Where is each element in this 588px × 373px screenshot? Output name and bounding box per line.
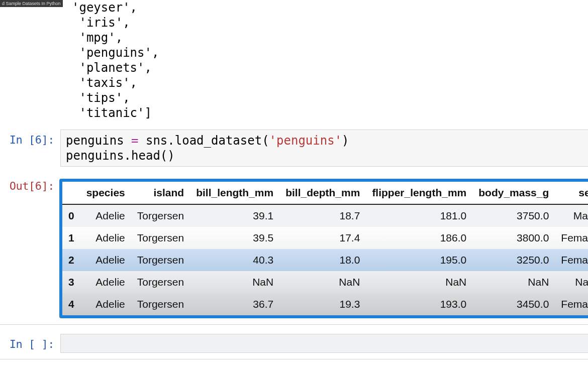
cell: 40.3 [190, 249, 279, 271]
table-row: 3 Adelie Torgersen NaN NaN NaN NaN NaN [62, 271, 588, 293]
table-row: 2 Adelie Torgersen 40.3 18.0 195.0 3250.… [62, 249, 588, 271]
cell: 195.0 [366, 249, 472, 271]
cell: Adelie [80, 227, 131, 249]
row-index: 1 [62, 227, 80, 249]
row-index: 0 [62, 204, 80, 227]
code-token: penguins [66, 134, 124, 148]
code-cell-6: In [6]: penguins = sns.load_dataset('pen… [0, 130, 588, 167]
cell: NaN [279, 271, 366, 293]
output-line: 'taxis', [79, 76, 137, 90]
output-line: 'iris', [79, 16, 130, 30]
code-input-empty[interactable] [60, 334, 588, 353]
cell: Adelie [80, 271, 131, 293]
code-token: = [124, 134, 146, 148]
table-row: 0 Adelie Torgersen 39.1 18.7 181.0 3750.… [62, 204, 588, 227]
dataframe-highlight-box: species island bill_length_mm bill_depth… [59, 179, 588, 318]
row-index: 3 [62, 271, 80, 293]
cell: 36.7 [190, 293, 279, 315]
output-line: 'tips', [79, 91, 130, 105]
code-input[interactable]: penguins = sns.load_dataset('penguins') … [60, 130, 588, 167]
cell: Adelie [80, 293, 131, 315]
code-token: 'penguins' [269, 134, 342, 148]
cell: 3450.0 [472, 293, 555, 315]
cell: Torgersen [131, 293, 190, 315]
column-header: body_mass_g [472, 182, 555, 204]
index-header [62, 182, 80, 204]
cell: 3750.0 [472, 204, 555, 227]
column-header: species [80, 182, 131, 204]
cell: 193.0 [366, 293, 472, 315]
output-line: 'titanic'] [79, 106, 152, 120]
column-header: flipper_length_mm [366, 182, 472, 204]
code-token: ( [262, 134, 269, 148]
code-token: () [160, 149, 175, 163]
cell: Female [555, 227, 588, 249]
cell-separator [0, 359, 588, 359]
row-index: 4 [62, 293, 80, 315]
column-header: bill_depth_mm [279, 182, 366, 204]
input-prompt-empty: In [ ]: [0, 334, 60, 350]
cell: 181.0 [366, 204, 472, 227]
cell: Female [555, 249, 588, 271]
cell: Adelie [80, 249, 131, 271]
output-line: 'mpg', [79, 31, 123, 45]
cell: Male [555, 204, 588, 227]
dataframe-table: species island bill_length_mm bill_depth… [62, 182, 588, 315]
cell: 17.4 [279, 227, 366, 249]
empty-code-cell: In [ ]: [0, 334, 588, 353]
cell: NaN [472, 271, 555, 293]
cell: NaN [190, 271, 279, 293]
cell: Adelie [80, 204, 131, 227]
cell: Torgersen [131, 227, 190, 249]
cell-separator [0, 324, 588, 325]
column-header: island [131, 182, 190, 204]
notebook-viewport: 'geyser', 'iris', 'mpg', 'penguins', 'pl… [0, 0, 588, 373]
cell: Female [555, 293, 588, 315]
cell: 19.3 [279, 293, 366, 315]
column-header: bill_length_mm [190, 182, 279, 204]
row-index: 2 [62, 249, 80, 271]
output-area: species island bill_length_mm bill_depth… [60, 176, 588, 318]
output-line: 'penguins', [79, 46, 159, 60]
output-line: 'planets', [79, 61, 152, 75]
cell: 3250.0 [472, 249, 555, 271]
cell: Torgersen [131, 249, 190, 271]
input-prompt: In [6]: [0, 130, 60, 146]
cell: 39.1 [190, 204, 279, 227]
code-token: . [124, 149, 131, 163]
previous-output: 'geyser', 'iris', 'mpg', 'penguins', 'pl… [0, 0, 588, 120]
code-token: load_dataset [175, 134, 262, 148]
cell: NaN [555, 271, 588, 293]
code-token: sns [146, 134, 167, 148]
output-line: 'geyser', [72, 1, 137, 15]
code-token: . [167, 134, 174, 148]
cell: Torgersen [131, 271, 190, 293]
cell: 18.0 [279, 249, 366, 271]
column-header: sex [555, 182, 588, 204]
code-token: head [131, 149, 160, 163]
output-prompt: Out[6]: [0, 176, 60, 192]
table-header-row: species island bill_length_mm bill_depth… [62, 182, 588, 204]
cell: 186.0 [366, 227, 472, 249]
cell: 39.5 [190, 227, 279, 249]
cell: NaN [366, 271, 472, 293]
code-token: ) [342, 134, 349, 148]
code-token: penguins [66, 149, 124, 163]
table-row: 1 Adelie Torgersen 39.5 17.4 186.0 3800.… [62, 227, 588, 249]
cell: Torgersen [131, 204, 190, 227]
cell: 18.7 [279, 204, 366, 227]
table-row: 4 Adelie Torgersen 36.7 19.3 193.0 3450.… [62, 293, 588, 315]
cell: 3800.0 [472, 227, 555, 249]
output-cell-6: Out[6]: species island bill_length_mm bi… [0, 176, 588, 318]
